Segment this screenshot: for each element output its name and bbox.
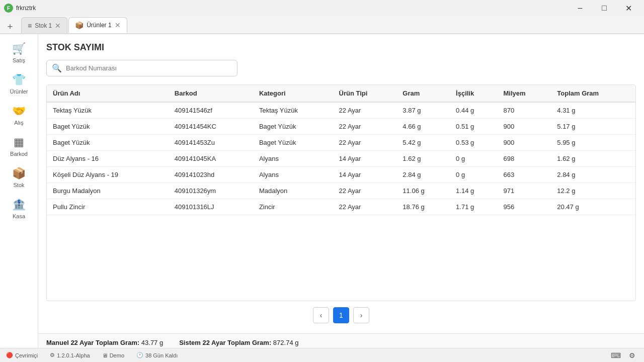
col-milyem: Milyem: [497, 85, 551, 102]
remaining-icon: 🕐: [136, 352, 143, 358]
barkod-icon: ▦: [14, 136, 24, 149]
cell-kategori: Baget Yüzük: [253, 135, 333, 151]
main-layout: 🛒 Satış 👕 Ürünler 🤝 Alış ▦ Barkod 📦 Stok…: [0, 34, 644, 362]
cell-milyem: 971: [497, 183, 551, 199]
cell-barkod: 409141454KC: [169, 119, 253, 135]
cell-iscilik: 0.44 g: [450, 102, 497, 119]
col-gram: Gram: [396, 85, 450, 102]
minimize-button[interactable]: –: [569, 0, 592, 16]
summary-row-22: Manuel 22 Ayar Toplam Gram: 43.77 g Sist…: [46, 339, 636, 346]
search-input[interactable]: [66, 64, 232, 72]
search-bar: 🔍: [46, 60, 237, 76]
remaining-label: 38 Gün Kaldı: [145, 352, 178, 358]
table-row: Tektaş Yüzük409141546zfTektaş Yüzük22 Ay…: [47, 102, 635, 119]
stok1-tab-close[interactable]: ✕: [55, 22, 61, 30]
cell-gram: 4.66 g: [396, 119, 450, 135]
urunler1-tab-close[interactable]: ✕: [115, 21, 121, 29]
cell-kategori: Alyans: [253, 167, 333, 183]
sidebar-item-alis[interactable]: 🤝 Alış: [2, 101, 36, 130]
table-row: Baget Yüzük409141454KCBaget Yüzük22 Ayar…: [47, 119, 635, 135]
cell-urun_adi: Düz Alyans - 16: [47, 151, 169, 167]
settings-button[interactable]: ⚙: [626, 349, 638, 361]
sidebar-item-urunler-label: Ürünler: [10, 88, 28, 95]
sidebar-item-barkod[interactable]: ▦ Barkod: [2, 132, 36, 161]
stok-icon: 📦: [12, 167, 26, 180]
page-title: STOK SAYIMI: [46, 42, 636, 53]
add-tab-button[interactable]: ＋: [2, 19, 18, 33]
content-area: STOK SAYIMI 🔍 Ürün Adı Barkod Kategori Ü…: [38, 34, 644, 362]
cell-urun_adi: Tektaş Yüzük: [47, 102, 169, 119]
cell-barkod: 409141045KA: [169, 151, 253, 167]
kasa-icon: 🏦: [12, 198, 26, 211]
remaining-status: 🕐 38 Gün Kaldı: [136, 352, 178, 358]
table-row: Köşeli Düz Alyans - 19409141023hdAlyans1…: [47, 167, 635, 183]
urunler-icon: 👕: [12, 73, 26, 86]
stok1-tab-icon: ≡: [28, 22, 32, 30]
next-page-button[interactable]: ›: [353, 307, 369, 323]
cell-urun_tipi: 22 Ayar: [333, 199, 397, 215]
cell-urun_tipi: 22 Ayar: [333, 102, 397, 119]
cell-toplam_gram: 5.17 g: [551, 119, 635, 135]
cell-gram: 3.87 g: [396, 102, 450, 119]
demo-label: Demo: [110, 352, 124, 358]
page-1-button[interactable]: 1: [333, 307, 349, 323]
cell-toplam_gram: 2.84 g: [551, 167, 635, 183]
sistem-22-label: Sistem 22 Ayar Toplam Gram: 872.74 g: [179, 339, 298, 346]
prev-page-button[interactable]: ‹: [313, 307, 329, 323]
status-bar: 🔴 Çevrimiçi ⚙ 1.2.0.1-Alpha 🖥 Demo 🕐 38 …: [0, 348, 644, 362]
cell-barkod: 409141453Zu: [169, 135, 253, 151]
col-urun-tipi: Ürün Tipi: [333, 85, 397, 102]
close-button[interactable]: ✕: [617, 0, 640, 16]
col-kategori: Kategori: [253, 85, 333, 102]
cell-kategori: Zincir: [253, 199, 333, 215]
table-wrapper: Ürün Adı Barkod Kategori Ürün Tipi Gram …: [46, 84, 636, 301]
cell-iscilik: 0 g: [450, 167, 497, 183]
manuel-22-label: Manuel 22 Ayar Toplam Gram: 43.77 g: [46, 339, 163, 346]
cell-iscilik: 0 g: [450, 151, 497, 167]
table-header-row: Ürün Adı Barkod Kategori Ürün Tipi Gram …: [47, 85, 635, 102]
cell-gram: 2.84 g: [396, 167, 450, 183]
keyboard-button[interactable]: ⌨: [610, 349, 622, 361]
cell-barkod: 409101316LJ: [169, 199, 253, 215]
cell-toplam_gram: 12.2 g: [551, 183, 635, 199]
sidebar-item-stok[interactable]: 📦 Stok: [2, 163, 36, 192]
connection-status: 🔴 Çevrimiçi: [6, 352, 38, 358]
tab-bar: ＋ ≡ Stok 1 ✕ 📦 Ürünler 1 ✕: [0, 16, 644, 34]
cell-toplam_gram: 20.47 g: [551, 199, 635, 215]
connection-label: Çevrimiçi: [15, 352, 38, 358]
cell-urun_adi: Burgu Madalyon: [47, 183, 169, 199]
connection-icon: 🔴: [6, 352, 13, 358]
title-bar-controls: – □ ✕: [569, 0, 640, 16]
tab-stok1[interactable]: ≡ Stok 1 ✕: [21, 17, 67, 33]
cell-iscilik: 1.14 g: [450, 183, 497, 199]
cell-milyem: 956: [497, 199, 551, 215]
cell-toplam_gram: 4.31 g: [551, 102, 635, 119]
status-bar-right: ⌨ ⚙: [610, 349, 638, 361]
cell-urun_adi: Pullu Zincir: [47, 199, 169, 215]
sidebar-item-kasa-label: Kasa: [13, 213, 25, 219]
cell-kategori: Alyans: [253, 151, 333, 167]
cell-iscilik: 0.53 g: [450, 135, 497, 151]
cell-barkod: 409141023hd: [169, 167, 253, 183]
app-icon: F: [4, 4, 13, 13]
col-urun-adi: Ürün Adı: [47, 85, 169, 102]
sidebar-item-satis[interactable]: 🛒 Satış: [2, 38, 36, 67]
sidebar: 🛒 Satış 👕 Ürünler 🤝 Alış ▦ Barkod 📦 Stok…: [0, 34, 38, 362]
sidebar-item-urunler[interactable]: 👕 Ürünler: [2, 69, 36, 99]
cell-urun_adi: Köşeli Düz Alyans - 19: [47, 167, 169, 183]
tab-urunler1[interactable]: 📦 Ürünler 1 ✕: [68, 17, 127, 33]
app-title: frknztrk: [16, 5, 36, 12]
cell-iscilik: 0.51 g: [450, 119, 497, 135]
cell-toplam_gram: 1.62 g: [551, 151, 635, 167]
sidebar-item-alis-label: Alış: [14, 120, 23, 126]
cell-urun_adi: Baget Yüzük: [47, 119, 169, 135]
sidebar-item-kasa[interactable]: 🏦 Kasa: [2, 194, 36, 223]
col-barkod: Barkod: [169, 85, 253, 102]
cell-iscilik: 1.71 g: [450, 199, 497, 215]
version-label: 1.2.0.1-Alpha: [57, 352, 90, 358]
cell-milyem: 870: [497, 102, 551, 119]
maximize-button[interactable]: □: [593, 0, 616, 16]
table-row: Düz Alyans - 16409141045KAAlyans14 Ayar1…: [47, 151, 635, 167]
cell-milyem: 698: [497, 151, 551, 167]
col-toplam-gram: Toplam Gram: [551, 85, 635, 102]
